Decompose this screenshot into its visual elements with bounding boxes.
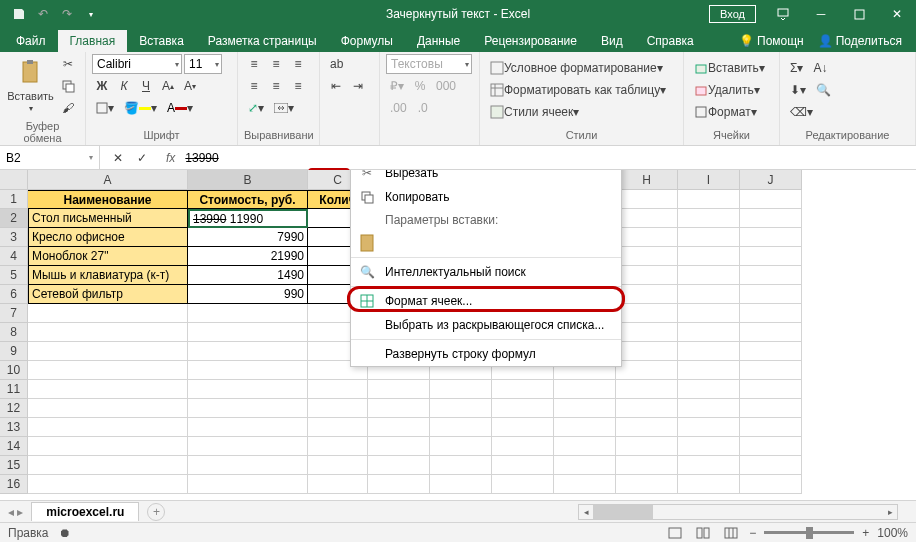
colhdr-I[interactable]: I: [678, 170, 740, 190]
sheet-tab[interactable]: microexcel.ru: [31, 502, 139, 521]
ribbon-options-button[interactable]: [764, 0, 802, 28]
sheet-nav[interactable]: ◂ ▸: [0, 505, 31, 519]
close-button[interactable]: ✕: [878, 0, 916, 28]
clear-button[interactable]: ⌫▾: [786, 102, 817, 122]
menu-cut[interactable]: ✂Вырезать: [351, 170, 621, 185]
view-page-break-button[interactable]: [721, 525, 741, 541]
format-painter-button[interactable]: 🖌: [57, 98, 79, 118]
menu-copy[interactable]: Копировать: [351, 185, 621, 209]
font-color-button[interactable]: A▾: [163, 98, 197, 118]
save-button[interactable]: [8, 3, 30, 25]
menu-paste-option[interactable]: [351, 231, 621, 255]
bold-button[interactable]: Ж: [92, 76, 112, 96]
cell-A1[interactable]: Наименование: [28, 190, 188, 209]
tell-me[interactable]: 💡Помощн: [733, 30, 810, 52]
fill-color-button[interactable]: 🪣▾: [120, 98, 161, 118]
wrap-text-button[interactable]: ab: [326, 54, 347, 74]
worksheet-grid[interactable]: A B C D E F G H I J 1 Наименование Стоим…: [0, 170, 916, 500]
rowhdr-6[interactable]: 6: [0, 285, 28, 304]
indent-decrease-button[interactable]: ⇤: [326, 76, 346, 96]
sort-filter-button[interactable]: A↓: [809, 58, 831, 78]
rowhdr-5[interactable]: 5: [0, 266, 28, 285]
minimize-button[interactable]: ─: [802, 0, 840, 28]
align-left-button[interactable]: ≡: [244, 76, 264, 96]
select-all-corner[interactable]: [0, 170, 28, 190]
confirm-edit-button[interactable]: ✓: [132, 148, 152, 168]
percent-button[interactable]: %: [410, 76, 430, 96]
menu-pick-from-list[interactable]: Выбрать из раскрывающегося списка...: [351, 313, 621, 337]
cell-B3[interactable]: 7990: [188, 228, 308, 247]
currency-button[interactable]: ₽▾: [386, 76, 408, 96]
undo-button[interactable]: ↶: [32, 3, 54, 25]
colhdr-H[interactable]: H: [616, 170, 678, 190]
formula-input[interactable]: 13990 11990: [181, 146, 916, 169]
qat-customize[interactable]: ▾: [80, 3, 102, 25]
menu-smart-lookup[interactable]: 🔍Интеллектуальный поиск: [351, 260, 621, 284]
insert-cells-button[interactable]: Вставить▾: [690, 58, 769, 78]
italic-button[interactable]: К: [114, 76, 134, 96]
delete-cells-button[interactable]: Удалить▾: [690, 80, 764, 100]
merge-button[interactable]: ▾: [270, 98, 298, 118]
format-table-button[interactable]: Форматировать как таблицу▾: [486, 80, 670, 100]
align-right-button[interactable]: ≡: [288, 76, 308, 96]
rowhdr-2[interactable]: 2: [0, 209, 28, 228]
zoom-level[interactable]: 100%: [877, 526, 908, 540]
view-page-layout-button[interactable]: [693, 525, 713, 541]
paste-button[interactable]: Вставить ▾: [6, 54, 55, 118]
autosum-button[interactable]: Σ▾: [786, 58, 807, 78]
scroll-left-button[interactable]: ◂: [579, 505, 593, 519]
colhdr-A[interactable]: A: [28, 170, 188, 190]
login-button[interactable]: Вход: [709, 5, 756, 23]
find-button[interactable]: 🔍: [812, 80, 835, 100]
tab-home[interactable]: Главная: [58, 30, 128, 52]
scroll-right-button[interactable]: ▸: [883, 505, 897, 519]
tab-help[interactable]: Справка: [635, 30, 706, 52]
border-button[interactable]: ▾: [92, 98, 118, 118]
add-sheet-button[interactable]: +: [147, 503, 165, 521]
align-bottom-button[interactable]: ≡: [288, 54, 308, 74]
zoom-slider[interactable]: [764, 531, 854, 534]
underline-button[interactable]: Ч: [136, 76, 156, 96]
font-size-combo[interactable]: 11▾: [184, 54, 222, 74]
colhdr-J[interactable]: J: [740, 170, 802, 190]
zoom-out-button[interactable]: −: [749, 526, 756, 540]
horizontal-scrollbar[interactable]: ◂ ▸: [578, 504, 898, 520]
cell-A2[interactable]: Стол письменный: [28, 209, 188, 228]
tab-data[interactable]: Данные: [405, 30, 472, 52]
decrease-decimal-button[interactable]: .0: [413, 98, 433, 118]
cell-styles-button[interactable]: Стили ячеек▾: [486, 102, 583, 122]
cell-A3[interactable]: Кресло офисное: [28, 228, 188, 247]
increase-decimal-button[interactable]: .00: [386, 98, 411, 118]
decrease-font-button[interactable]: A▾: [180, 76, 200, 96]
menu-format-cells[interactable]: Формат ячеек...: [351, 289, 621, 313]
cancel-edit-button[interactable]: ✕: [108, 148, 128, 168]
tab-file[interactable]: Файл: [4, 30, 58, 52]
fill-button[interactable]: ⬇▾: [786, 80, 810, 100]
rowhdr-4[interactable]: 4: [0, 247, 28, 266]
cell-A5[interactable]: Мышь и клавиатура (к-т): [28, 266, 188, 285]
menu-expand-formula-bar[interactable]: Развернуть строку формул: [351, 342, 621, 366]
cell-B5[interactable]: 1490: [188, 266, 308, 285]
name-box[interactable]: B2▾: [0, 146, 100, 169]
tab-insert[interactable]: Вставка: [127, 30, 196, 52]
orientation-button[interactable]: ⤢▾: [244, 98, 268, 118]
copy-button[interactable]: [57, 76, 79, 96]
view-normal-button[interactable]: [665, 525, 685, 541]
zoom-in-button[interactable]: +: [862, 526, 869, 540]
align-top-button[interactable]: ≡: [244, 54, 264, 74]
tab-view[interactable]: Вид: [589, 30, 635, 52]
comma-button[interactable]: 000: [432, 76, 460, 96]
cell-B1[interactable]: Стоимость, руб.: [188, 190, 308, 209]
align-middle-button[interactable]: ≡: [266, 54, 286, 74]
tab-formulas[interactable]: Формулы: [329, 30, 405, 52]
macro-record-icon[interactable]: ⏺: [59, 526, 71, 540]
cell-A4[interactable]: Моноблок 27": [28, 247, 188, 266]
redo-button[interactable]: ↷: [56, 3, 78, 25]
cell-B2[interactable]: 13990 11990: [188, 209, 308, 228]
cell-B6[interactable]: 990: [188, 285, 308, 304]
conditional-format-button[interactable]: Условное форматирование▾: [486, 58, 667, 78]
fx-label[interactable]: fx: [160, 151, 181, 165]
tab-layout[interactable]: Разметка страницы: [196, 30, 329, 52]
rowhdr-3[interactable]: 3: [0, 228, 28, 247]
cell-A6[interactable]: Сетевой фильтр: [28, 285, 188, 304]
